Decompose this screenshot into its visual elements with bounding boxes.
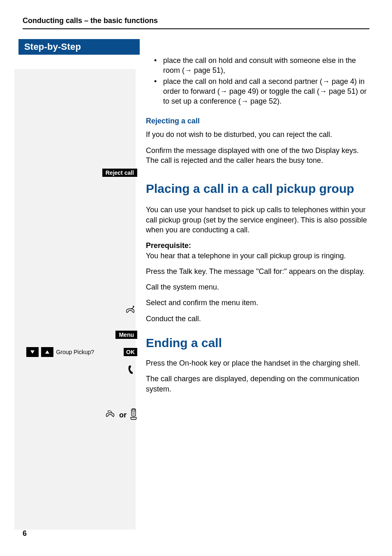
running-header: Conducting calls – the basic functions xyxy=(23,16,369,25)
sidebar-column: Step-by-Step Reject call Menu Group Pick… xyxy=(23,39,142,515)
page-ref: page 51 xyxy=(329,87,355,95)
header-rule xyxy=(23,28,369,29)
svg-point-11 xyxy=(134,414,134,415)
options-bullet-list: place the call on hold and consult with … xyxy=(146,56,369,106)
down-arrow-icon xyxy=(26,347,39,357)
body-paragraph: The call charges are displayed, dependin… xyxy=(146,374,369,394)
on-hook-or-charger-row: or xyxy=(104,408,137,422)
ending-a-call-heading: Ending a call xyxy=(146,336,369,350)
on-hook-key-icon xyxy=(104,409,116,421)
body-paragraph: Press the Talk key. The message "Call fo… xyxy=(146,266,369,276)
group-pickup-label: Group Pickup? xyxy=(56,349,94,355)
bullet-text: ) or toggle the call ( xyxy=(256,87,319,95)
prerequisite-label: Prerequisite: xyxy=(146,241,191,250)
reject-call-pill: Reject call xyxy=(102,169,137,177)
prerequisite-text: You hear that a telephone in your call p… xyxy=(146,252,346,260)
ok-pill: OK xyxy=(124,348,137,356)
svg-rect-2 xyxy=(132,410,135,411)
svg-point-6 xyxy=(132,413,133,414)
page-ref: page 51 xyxy=(194,66,221,74)
menu-pill: Menu xyxy=(115,331,137,339)
arrow-right-icon: → xyxy=(220,87,229,95)
content-column: place the call on hold and consult with … xyxy=(142,39,369,515)
body-paragraph: Confirm the message displayed with one o… xyxy=(146,146,369,166)
page-ref: page 4 xyxy=(332,77,354,86)
list-item: place the call on hold and call a second… xyxy=(154,76,369,107)
page-number: 6 xyxy=(23,529,27,538)
body-paragraph: Press the On-hook key or place the hands… xyxy=(146,358,369,368)
page-ref: page 52 xyxy=(250,97,277,105)
handset-icon xyxy=(123,365,136,376)
group-pickup-row: Group Pickup? OK xyxy=(26,347,137,357)
charging-shell-icon xyxy=(130,408,137,422)
svg-point-7 xyxy=(133,413,134,414)
svg-point-10 xyxy=(133,414,134,415)
svg-point-8 xyxy=(134,413,134,414)
arrow-right-icon: → xyxy=(319,87,329,95)
up-arrow-icon xyxy=(41,347,53,357)
svg-point-3 xyxy=(132,412,133,412)
placing-a-call-heading: Placing a call in a call pickup group xyxy=(146,182,369,196)
two-column-layout: Step-by-Step Reject call Menu Group Pick… xyxy=(23,39,369,515)
arrow-right-icon: → xyxy=(184,66,194,74)
body-paragraph: If you do not wish to be disturbed, you … xyxy=(146,130,369,139)
body-paragraph: Conduct the call. xyxy=(146,314,369,324)
arrow-right-icon: → xyxy=(322,77,332,86)
body-paragraph: You can use your handset to pick up call… xyxy=(146,205,369,235)
talk-key-icon xyxy=(123,306,136,316)
body-paragraph: Call the system menu. xyxy=(146,282,369,292)
body-paragraph: Select and confirm the menu item. xyxy=(146,298,369,308)
arrow-right-icon: → xyxy=(241,97,250,105)
or-text: or xyxy=(119,411,127,419)
svg-point-4 xyxy=(133,412,134,412)
bullet-text: ), xyxy=(221,66,225,74)
page-ref: page 49 xyxy=(229,87,256,95)
bullet-text: ). xyxy=(277,97,281,105)
body-paragraph: Prerequisite: You hear that a telephone … xyxy=(146,241,369,261)
svg-point-5 xyxy=(134,412,134,412)
bullet-text: place the call on hold and call a second… xyxy=(163,77,322,86)
svg-point-9 xyxy=(132,414,133,415)
step-by-step-heading: Step-by-Step xyxy=(18,39,140,55)
svg-point-0 xyxy=(108,411,108,412)
rejecting-a-call-heading: Rejecting a call xyxy=(146,117,369,125)
sidebar-body: Reject call Menu Group Pickup? OK or xyxy=(18,55,140,515)
list-item: place the call on hold and consult with … xyxy=(154,56,369,76)
sidebar-shade xyxy=(14,69,136,530)
